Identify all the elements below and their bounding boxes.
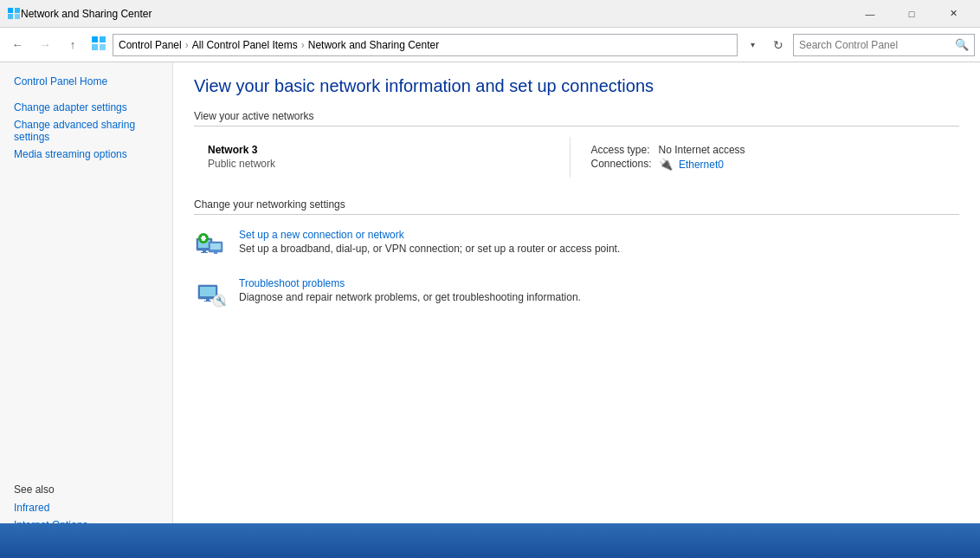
main-layout: Control Panel Home Change adapter settin… (0, 62, 980, 558)
network-name: Network 3 (208, 144, 556, 156)
troubleshoot-title[interactable]: Troubleshoot problems (239, 277, 959, 289)
svg-rect-11 (201, 252, 208, 253)
network-left: Network 3 Public network (194, 137, 571, 178)
svg-rect-7 (100, 44, 106, 50)
troubleshoot-desc: Diagnose and repair network problems, or… (239, 291, 959, 303)
network-info: Network 3 Public network Access type: No… (194, 137, 959, 178)
address-bar: ← → ↑ Control Panel › All Control Panel … (0, 28, 980, 62)
connections-value[interactable]: Ethernet0 (679, 159, 724, 171)
page-title: View your basic network information and … (194, 76, 959, 96)
new-connection-title[interactable]: Set up a new connection or network (239, 229, 959, 241)
window-controls: — □ ✕ (850, 0, 973, 28)
breadcrumb-control-panel[interactable]: Control Panel (119, 39, 182, 51)
new-connection-desc: Set up a broadband, dial-up, or VPN conn… (239, 243, 959, 255)
sidebar-item-adapter[interactable]: Change adapter settings (0, 99, 172, 116)
windows-logo-icon (92, 36, 106, 53)
setting-item-troubleshoot: 🔧 Troubleshoot problems Diagnose and rep… (194, 277, 959, 312)
breadcrumb-current: Network and Sharing Center (308, 39, 439, 51)
troubleshoot-icon: 🔧 (194, 277, 229, 312)
svg-rect-19 (200, 287, 216, 296)
svg-rect-4 (92, 36, 98, 42)
maximize-button[interactable]: □ (892, 0, 932, 28)
breadcrumb-all-items[interactable]: All Control Panel Items (192, 39, 298, 51)
window-title: Network and Sharing Center (21, 8, 850, 20)
up-button[interactable]: ↑ (61, 33, 85, 57)
new-connection-icon (194, 229, 229, 263)
app-icon (7, 7, 21, 21)
network-type: Public network (208, 158, 556, 170)
svg-rect-0 (8, 14, 13, 19)
search-box: 🔍 (793, 34, 975, 56)
change-settings-header: Change your networking settings (194, 198, 959, 215)
svg-rect-2 (8, 8, 13, 13)
svg-rect-1 (15, 14, 20, 19)
sidebar-item-media[interactable]: Media streaming options (0, 146, 172, 163)
svg-rect-21 (204, 301, 211, 302)
svg-rect-17 (201, 237, 206, 239)
ethernet-icon: 🔌 (659, 158, 673, 171)
content-area: View your basic network information and … (173, 62, 980, 558)
connections-row: 🔌 Ethernet0 (659, 158, 938, 171)
breadcrumb-path: Control Panel › All Control Panel Items … (113, 34, 738, 56)
svg-rect-10 (203, 250, 206, 252)
svg-rect-6 (92, 44, 98, 50)
search-icon: 🔍 (955, 38, 969, 51)
taskbar (0, 523, 980, 558)
active-networks-header: View your active networks (194, 110, 959, 127)
svg-rect-14 (214, 252, 217, 254)
back-button[interactable]: ← (5, 33, 29, 57)
sidebar-item-advanced[interactable]: Change advanced sharing settings (0, 116, 172, 146)
sidebar-item-infrared[interactable]: Infrared (0, 499, 172, 516)
svg-rect-3 (15, 8, 20, 13)
sidebar-item-home[interactable]: Control Panel Home (0, 73, 172, 90)
sidebar: Control Panel Home Change adapter settin… (0, 62, 173, 558)
troubleshoot-content: Troubleshoot problems Diagnose and repai… (239, 277, 959, 303)
change-settings-section: Change your networking settings (194, 198, 959, 312)
access-type-value: No Internet access (659, 144, 938, 156)
refresh-button[interactable]: ↻ (767, 34, 790, 56)
svg-rect-13 (210, 243, 221, 250)
svg-text:🔧: 🔧 (216, 295, 227, 307)
setting-item-new-connection: Set up a new connection or network Set u… (194, 229, 959, 263)
title-bar: Network and Sharing Center — □ ✕ (0, 0, 980, 28)
search-input[interactable] (799, 39, 955, 51)
network-right: Access type: No Internet access Connecti… (571, 137, 960, 178)
access-type-label: Access type: (591, 144, 652, 156)
connections-label: Connections: (591, 158, 652, 171)
svg-rect-5 (100, 36, 106, 42)
svg-rect-20 (206, 299, 210, 301)
sidebar-main: Control Panel Home Change adapter settin… (0, 62, 172, 477)
close-button[interactable]: ✕ (933, 0, 973, 28)
minimize-button[interactable]: — (850, 0, 890, 28)
see-also-label: See also (0, 483, 172, 496)
address-dropdown-button[interactable]: ▾ (741, 34, 764, 56)
forward-button[interactable]: → (33, 33, 57, 57)
new-connection-content: Set up a new connection or network Set u… (239, 229, 959, 255)
